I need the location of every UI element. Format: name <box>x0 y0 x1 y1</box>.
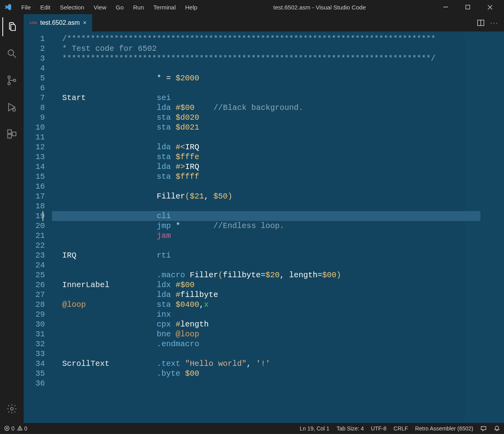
line-number: 4 <box>24 63 45 73</box>
code-line[interactable]: cli <box>52 211 480 221</box>
svg-point-6 <box>8 76 10 78</box>
code-line[interactable]: Start sei <box>62 93 465 103</box>
statusbar: 0 0 Ln 19, Col 1 Tab Size: 4 UTF-8 CRLF … <box>0 423 504 434</box>
status-feedback-icon[interactable] <box>480 425 487 432</box>
tab-test-6502-asm[interactable]: ASM test.6502.asm × <box>24 14 92 32</box>
code-line[interactable] <box>62 201 465 211</box>
menu-file[interactable]: File <box>17 2 35 12</box>
line-number: 19 <box>24 211 45 221</box>
status-errors-count: 0 <box>11 425 15 432</box>
code-line[interactable] <box>62 349 465 359</box>
status-language-mode[interactable]: Retro Assembler (6502) <box>415 425 473 432</box>
extensions-icon[interactable] <box>2 124 21 143</box>
status-cursor-position[interactable]: Ln 19, Col 1 <box>300 425 330 432</box>
status-encoding[interactable]: UTF-8 <box>371 425 387 432</box>
code-line[interactable]: bne @loop <box>62 329 465 339</box>
editor-area: ASM test.6502.asm × ··· 1234567891011121… <box>24 14 504 423</box>
line-number: 28 <box>24 300 45 310</box>
line-number: 23 <box>24 250 45 260</box>
status-tab-size[interactable]: Tab Size: 4 <box>337 425 364 432</box>
explorer-icon[interactable] <box>2 17 21 36</box>
code-line[interactable]: jmp * //Endless loop. <box>62 221 465 231</box>
code-line[interactable]: lda #>IRQ <box>62 162 465 172</box>
line-number: 16 <box>24 182 45 191</box>
status-errors[interactable]: 0 <box>4 425 15 432</box>
menu-selection[interactable]: Selection <box>56 2 88 12</box>
code-line[interactable]: sta $fffe <box>62 152 465 162</box>
svg-point-4 <box>8 50 14 56</box>
line-number: 6 <box>24 83 45 93</box>
status-notifications-icon[interactable] <box>494 425 500 432</box>
line-number: 34 <box>24 359 45 369</box>
code-line[interactable]: inx <box>62 310 465 319</box>
menu-help[interactable]: Help <box>181 2 201 12</box>
minimap[interactable] <box>465 32 504 423</box>
line-number: 20 <box>24 221 45 231</box>
menu-view[interactable]: View <box>90 2 110 12</box>
line-number: 13 <box>24 152 45 162</box>
line-number: 8 <box>24 103 45 113</box>
code-line[interactable]: IRQ rti <box>62 250 465 260</box>
minimize-button[interactable] <box>438 1 454 13</box>
code-line[interactable]: lda #fillbyte <box>62 290 465 300</box>
code-line[interactable]: ****************************************… <box>62 54 465 63</box>
tab-actions: ··· <box>471 14 504 32</box>
menu-edit[interactable]: Edit <box>36 2 54 12</box>
code-line[interactable]: ScrollText .text "Hello world", '!' <box>62 359 465 369</box>
code-line[interactable]: InnerLabel ldx #$00 <box>62 280 465 290</box>
source-control-icon[interactable] <box>2 71 21 90</box>
code-line[interactable]: /***************************************… <box>62 34 465 44</box>
code-line[interactable]: sta $ffff <box>62 172 465 182</box>
code-line[interactable]: jam <box>62 231 465 241</box>
svg-rect-11 <box>8 134 11 138</box>
code-line[interactable]: @loop sta $0400,x <box>62 300 465 310</box>
svg-point-8 <box>13 79 16 82</box>
code-line[interactable] <box>62 182 465 191</box>
tabs-spacer <box>92 14 471 32</box>
more-actions-icon[interactable]: ··· <box>490 19 498 27</box>
code-line[interactable]: .byte $00 <box>62 369 465 378</box>
svg-rect-1 <box>466 5 470 9</box>
text-cursor <box>43 211 43 221</box>
code-line[interactable]: * Test code for 6502 <box>62 44 465 54</box>
maximize-button[interactable] <box>460 1 476 13</box>
settings-gear-icon[interactable] <box>2 399 21 418</box>
code-line[interactable] <box>62 241 465 250</box>
line-number: 29 <box>24 310 45 319</box>
tab-close-icon[interactable]: × <box>83 19 87 26</box>
code-content[interactable]: /***************************************… <box>52 32 465 423</box>
code-line[interactable]: sta $d020 <box>62 113 465 122</box>
tab-filename: test.6502.asm <box>40 19 80 26</box>
svg-point-13 <box>11 408 13 410</box>
code-line[interactable]: .macro Filler(fillbyte=$20, length=$00) <box>62 270 465 280</box>
code-line[interactable] <box>62 378 465 388</box>
code-line[interactable]: * = $2000 <box>62 73 465 83</box>
code-line[interactable]: lda #$00 //Black background. <box>62 103 465 113</box>
split-editor-icon[interactable] <box>477 19 485 27</box>
menu-terminal[interactable]: Terminal <box>150 2 180 12</box>
menu-go[interactable]: Go <box>112 2 128 12</box>
status-eol[interactable]: CRLF <box>394 425 408 432</box>
run-debug-icon[interactable] <box>2 98 21 117</box>
code-line[interactable]: sta $d021 <box>62 122 465 132</box>
code-line[interactable] <box>62 63 465 73</box>
code-line[interactable]: Filler($21, $50) <box>62 191 465 201</box>
code-line[interactable]: lda #<IRQ <box>62 142 465 152</box>
line-number: 5 <box>24 73 45 83</box>
code-editor[interactable]: 1234567891011121314151617181920212223242… <box>24 32 504 423</box>
status-warnings[interactable]: 0 <box>17 425 28 432</box>
code-line[interactable] <box>62 260 465 270</box>
svg-rect-12 <box>12 132 16 135</box>
menu-run[interactable]: Run <box>129 2 148 12</box>
editor-tabs: ASM test.6502.asm × ··· <box>24 14 504 32</box>
line-number: 24 <box>24 260 45 270</box>
line-number: 10 <box>24 122 45 132</box>
code-line[interactable] <box>62 132 465 142</box>
titlebar: FileEditSelectionViewGoRunTerminalHelp t… <box>0 0 504 14</box>
code-line[interactable]: .endmacro <box>62 339 465 349</box>
close-button[interactable] <box>482 1 498 13</box>
code-line[interactable]: cpx #length <box>62 319 465 329</box>
svg-point-20 <box>20 429 20 430</box>
code-line[interactable] <box>62 83 465 93</box>
search-icon[interactable] <box>2 44 21 63</box>
